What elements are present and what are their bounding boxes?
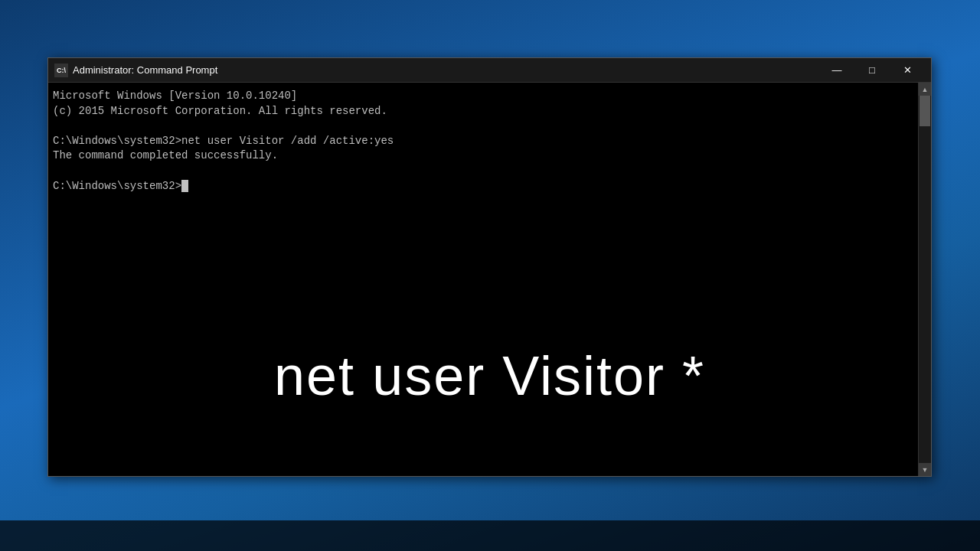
terminal-line4: C:\Windows\system32>net user Visitor /ad… [53, 135, 394, 147]
cmd-icon-label: C:\ [57, 67, 66, 74]
close-button[interactable]: ✕ [890, 58, 925, 83]
scroll-track[interactable] [919, 96, 931, 463]
cursor [181, 180, 188, 192]
terminal-content[interactable]: Microsoft Windows [Version 10.0.10240] (… [48, 83, 918, 476]
scrollbar[interactable]: ▲ ▼ [918, 83, 931, 476]
taskbar[interactable] [0, 520, 980, 551]
window-controls: — □ ✕ [819, 58, 925, 83]
terminal-line5: The command completed successfully. [53, 149, 278, 161]
scroll-thumb[interactable] [920, 96, 930, 126]
overlay-command: net user Visitor * [48, 337, 918, 415]
desktop: C:\ Administrator: Command Prompt — □ ✕ … [0, 0, 980, 551]
terminal-line2: (c) 2015 Microsoft Corporation. All righ… [53, 105, 387, 117]
cmd-body: Microsoft Windows [Version 10.0.10240] (… [48, 83, 931, 476]
cmd-icon: C:\ [54, 64, 68, 77]
minimize-button[interactable]: — [819, 58, 854, 83]
window-title: Administrator: Command Prompt [73, 64, 819, 76]
cmd-window: C:\ Administrator: Command Prompt — □ ✕ … [47, 57, 932, 477]
cmd-titlebar: C:\ Administrator: Command Prompt — □ ✕ [48, 58, 931, 83]
scroll-up-button[interactable]: ▲ [919, 83, 932, 96]
maximize-button[interactable]: □ [854, 58, 890, 83]
scroll-down-button[interactable]: ▼ [919, 463, 932, 476]
terminal-line1: Microsoft Windows [Version 10.0.10240] [53, 90, 297, 102]
terminal-line7: C:\Windows\system32> [53, 180, 181, 192]
